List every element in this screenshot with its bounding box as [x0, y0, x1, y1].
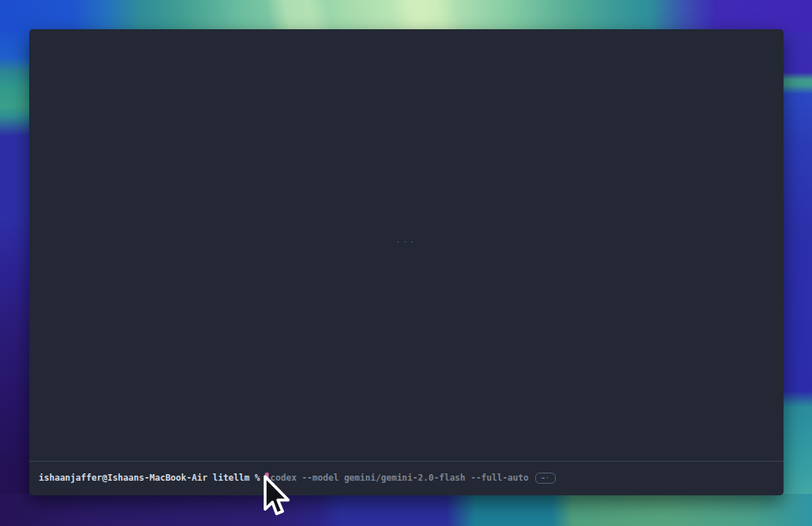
wallpaper-right-band-top — [781, 32, 812, 397]
mouse-cursor-icon — [262, 475, 293, 522]
loading-ellipsis: ... — [396, 235, 417, 245]
autosuggestion-text: codex --model gemini/gemini-2.0-flash --… — [270, 472, 529, 484]
terminal-window[interactable]: ... ishaanjaffer@Ishaans-MacBook-Air lit… — [29, 29, 784, 495]
prompt-divider — [29, 461, 784, 462]
desktop: ... ishaanjaffer@Ishaans-MacBook-Air lit… — [0, 0, 812, 526]
wallpaper-bottom-band — [0, 494, 812, 526]
prompt-cwd: litellm — [212, 472, 250, 484]
prompt-symbol: % — [255, 472, 260, 484]
wallpaper-left-band — [0, 32, 32, 526]
accept-suggestion-key-hint: →· — [535, 473, 556, 484]
shell-prompt-line[interactable]: ishaanjaffer@Ishaans-MacBook-Air litellm… — [39, 472, 556, 484]
prompt-user-host: ishaanjaffer@Ishaans-MacBook-Air — [39, 472, 207, 484]
